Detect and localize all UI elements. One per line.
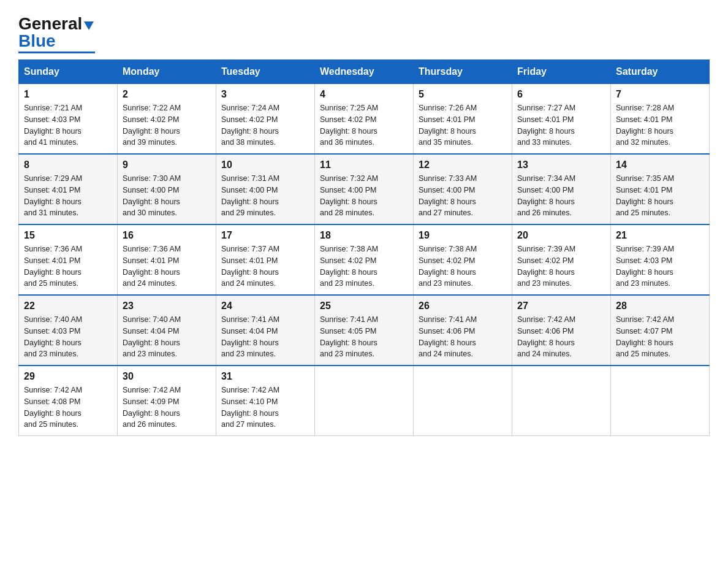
day-info: Sunrise: 7:30 AMSunset: 4:00 PMDaylight:…: [123, 173, 211, 219]
calendar-cell: 3Sunrise: 7:24 AMSunset: 4:02 PMDaylight…: [216, 84, 315, 155]
calendar-week-row: 29Sunrise: 7:42 AMSunset: 4:08 PMDayligh…: [19, 366, 710, 436]
calendar-cell: 17Sunrise: 7:37 AMSunset: 4:01 PMDayligh…: [216, 224, 315, 295]
calendar-cell: 16Sunrise: 7:36 AMSunset: 4:01 PMDayligh…: [118, 224, 216, 295]
day-number: 23: [123, 301, 211, 312]
calendar-cell: 28Sunrise: 7:42 AMSunset: 4:07 PMDayligh…: [611, 295, 710, 366]
calendar-cell: 9Sunrise: 7:30 AMSunset: 4:00 PMDaylight…: [118, 154, 216, 224]
calendar-cell: 6Sunrise: 7:27 AMSunset: 4:01 PMDaylight…: [512, 84, 611, 155]
calendar-cell: 15Sunrise: 7:36 AMSunset: 4:01 PMDayligh…: [19, 224, 118, 295]
calendar-cell: 29Sunrise: 7:42 AMSunset: 4:08 PMDayligh…: [19, 366, 118, 436]
day-number: 7: [616, 89, 704, 100]
calendar-cell: 12Sunrise: 7:33 AMSunset: 4:00 PMDayligh…: [414, 154, 512, 224]
day-number: 16: [123, 230, 211, 241]
day-number: 26: [419, 301, 507, 312]
day-info: Sunrise: 7:21 AMSunset: 4:03 PMDaylight:…: [24, 102, 112, 148]
calendar-cell: 19Sunrise: 7:38 AMSunset: 4:02 PMDayligh…: [414, 224, 512, 295]
day-info: Sunrise: 7:39 AMSunset: 4:02 PMDaylight:…: [517, 243, 605, 289]
logo: General Blue: [18, 12, 95, 53]
day-info: Sunrise: 7:28 AMSunset: 4:01 PMDaylight:…: [616, 102, 704, 148]
day-info: Sunrise: 7:24 AMSunset: 4:02 PMDaylight:…: [221, 102, 309, 148]
calendar-cell: [512, 366, 611, 436]
day-number: 15: [24, 230, 112, 241]
day-info: Sunrise: 7:42 AMSunset: 4:09 PMDaylight:…: [123, 385, 211, 431]
col-header-tuesday: Tuesday: [216, 60, 315, 84]
calendar-week-row: 22Sunrise: 7:40 AMSunset: 4:03 PMDayligh…: [19, 295, 710, 366]
day-number: 13: [517, 159, 605, 170]
day-number: 6: [517, 89, 605, 100]
calendar-cell: 10Sunrise: 7:31 AMSunset: 4:00 PMDayligh…: [216, 154, 315, 224]
calendar-cell: 1Sunrise: 7:21 AMSunset: 4:03 PMDaylight…: [19, 84, 118, 155]
day-info: Sunrise: 7:27 AMSunset: 4:01 PMDaylight:…: [517, 102, 605, 148]
day-info: Sunrise: 7:35 AMSunset: 4:01 PMDaylight:…: [616, 173, 704, 219]
day-number: 24: [221, 301, 309, 312]
logo-triangle-icon: [84, 21, 94, 30]
calendar-cell: [315, 366, 414, 436]
calendar-cell: 31Sunrise: 7:42 AMSunset: 4:10 PMDayligh…: [216, 366, 315, 436]
day-number: 17: [221, 230, 309, 241]
col-header-monday: Monday: [118, 60, 216, 84]
day-info: Sunrise: 7:32 AMSunset: 4:00 PMDaylight:…: [320, 173, 408, 219]
day-info: Sunrise: 7:41 AMSunset: 4:04 PMDaylight:…: [221, 314, 309, 360]
day-info: Sunrise: 7:40 AMSunset: 4:04 PMDaylight:…: [123, 314, 211, 360]
day-info: Sunrise: 7:41 AMSunset: 4:06 PMDaylight:…: [419, 314, 507, 360]
day-number: 20: [517, 230, 605, 241]
col-header-thursday: Thursday: [414, 60, 512, 84]
calendar-cell: 24Sunrise: 7:41 AMSunset: 4:04 PMDayligh…: [216, 295, 315, 366]
calendar-cell: 7Sunrise: 7:28 AMSunset: 4:01 PMDaylight…: [611, 84, 710, 155]
day-number: 14: [616, 159, 704, 170]
day-info: Sunrise: 7:22 AMSunset: 4:02 PMDaylight:…: [123, 102, 211, 148]
day-number: 25: [320, 301, 408, 312]
day-number: 18: [320, 230, 408, 241]
calendar-cell: 25Sunrise: 7:41 AMSunset: 4:05 PMDayligh…: [315, 295, 414, 366]
day-info: Sunrise: 7:29 AMSunset: 4:01 PMDaylight:…: [24, 173, 112, 219]
calendar-table: SundayMondayTuesdayWednesdayThursdayFrid…: [18, 59, 710, 436]
day-info: Sunrise: 7:37 AMSunset: 4:01 PMDaylight:…: [221, 243, 309, 289]
calendar-cell: 13Sunrise: 7:34 AMSunset: 4:00 PMDayligh…: [512, 154, 611, 224]
day-number: 31: [221, 371, 309, 382]
header: General Blue: [18, 12, 710, 53]
day-number: 19: [419, 230, 507, 241]
day-info: Sunrise: 7:36 AMSunset: 4:01 PMDaylight:…: [123, 243, 211, 289]
calendar-cell: 2Sunrise: 7:22 AMSunset: 4:02 PMDaylight…: [118, 84, 216, 155]
logo-blue-text: Blue: [18, 33, 56, 50]
calendar-cell: 22Sunrise: 7:40 AMSunset: 4:03 PMDayligh…: [19, 295, 118, 366]
calendar-cell: 14Sunrise: 7:35 AMSunset: 4:01 PMDayligh…: [611, 154, 710, 224]
col-header-friday: Friday: [512, 60, 611, 84]
day-info: Sunrise: 7:31 AMSunset: 4:00 PMDaylight:…: [221, 173, 309, 219]
day-info: Sunrise: 7:38 AMSunset: 4:02 PMDaylight:…: [419, 243, 507, 289]
day-number: 11: [320, 159, 408, 170]
day-info: Sunrise: 7:41 AMSunset: 4:05 PMDaylight:…: [320, 314, 408, 360]
day-info: Sunrise: 7:42 AMSunset: 4:06 PMDaylight:…: [517, 314, 605, 360]
day-info: Sunrise: 7:38 AMSunset: 4:02 PMDaylight:…: [320, 243, 408, 289]
day-info: Sunrise: 7:42 AMSunset: 4:10 PMDaylight:…: [221, 385, 309, 431]
day-number: 12: [419, 159, 507, 170]
calendar-cell: 4Sunrise: 7:25 AMSunset: 4:02 PMDaylight…: [315, 84, 414, 155]
day-number: 28: [616, 301, 704, 312]
day-info: Sunrise: 7:36 AMSunset: 4:01 PMDaylight:…: [24, 243, 112, 289]
col-header-wednesday: Wednesday: [315, 60, 414, 84]
calendar-cell: 5Sunrise: 7:26 AMSunset: 4:01 PMDaylight…: [414, 84, 512, 155]
day-info: Sunrise: 7:33 AMSunset: 4:00 PMDaylight:…: [419, 173, 507, 219]
calendar-cell: 11Sunrise: 7:32 AMSunset: 4:00 PMDayligh…: [315, 154, 414, 224]
calendar-cell: 20Sunrise: 7:39 AMSunset: 4:02 PMDayligh…: [512, 224, 611, 295]
col-header-sunday: Sunday: [19, 60, 118, 84]
day-info: Sunrise: 7:42 AMSunset: 4:07 PMDaylight:…: [616, 314, 704, 360]
calendar-week-row: 8Sunrise: 7:29 AMSunset: 4:01 PMDaylight…: [19, 154, 710, 224]
day-number: 4: [320, 89, 408, 100]
calendar-week-row: 15Sunrise: 7:36 AMSunset: 4:01 PMDayligh…: [19, 224, 710, 295]
day-number: 8: [24, 159, 112, 170]
day-number: 10: [221, 159, 309, 170]
logo-general-text: General: [18, 15, 82, 33]
calendar-cell: 27Sunrise: 7:42 AMSunset: 4:06 PMDayligh…: [512, 295, 611, 366]
calendar-cell: 30Sunrise: 7:42 AMSunset: 4:09 PMDayligh…: [118, 366, 216, 436]
day-number: 30: [123, 371, 211, 382]
day-info: Sunrise: 7:26 AMSunset: 4:01 PMDaylight:…: [419, 102, 507, 148]
day-number: 29: [24, 371, 112, 382]
day-info: Sunrise: 7:42 AMSunset: 4:08 PMDaylight:…: [24, 385, 112, 431]
calendar-week-row: 1Sunrise: 7:21 AMSunset: 4:03 PMDaylight…: [19, 84, 710, 155]
calendar-header-row: SundayMondayTuesdayWednesdayThursdayFrid…: [19, 60, 710, 84]
calendar-cell: 8Sunrise: 7:29 AMSunset: 4:01 PMDaylight…: [19, 154, 118, 224]
day-number: 3: [221, 89, 309, 100]
day-info: Sunrise: 7:25 AMSunset: 4:02 PMDaylight:…: [320, 102, 408, 148]
day-info: Sunrise: 7:34 AMSunset: 4:00 PMDaylight:…: [517, 173, 605, 219]
